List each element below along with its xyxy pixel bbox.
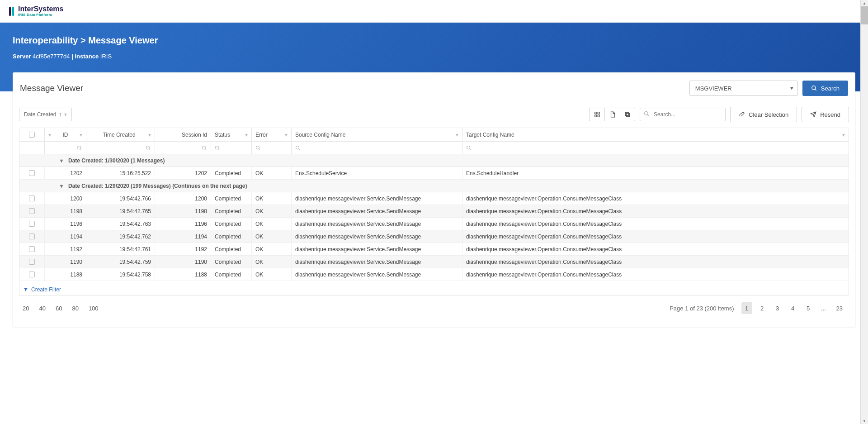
clear-selection-button[interactable]: Clear Selection — [730, 107, 797, 122]
header-id[interactable]: ▾ID▾ — [45, 128, 86, 141]
cell-session: 1196 — [155, 218, 211, 230]
cell-time: 19:54:42.761 — [86, 243, 155, 255]
create-filter-link[interactable]: Create Filter — [23, 286, 61, 293]
row-checkbox[interactable] — [29, 272, 35, 277]
svg-point-24 — [467, 146, 470, 149]
group-header[interactable]: ▾Date Created: 1/29/2020 (199 Messages) … — [19, 180, 849, 192]
scrollbar-thumb[interactable] — [861, 6, 868, 24]
sort-up-icon: ↑ — [59, 111, 61, 118]
row-checkbox[interactable] — [29, 170, 35, 176]
cell-time: 19:54:42.759 — [86, 256, 155, 268]
filter-icon[interactable]: ▾ — [245, 132, 248, 138]
filter-icon[interactable]: ▾ — [842, 132, 845, 138]
header-session[interactable]: Session Id — [155, 128, 211, 141]
breadcrumb: Interoperability > Message Viewer — [13, 35, 855, 46]
cell-time: 15:16:25.522 — [86, 167, 155, 179]
resend-button[interactable]: Resend — [802, 107, 849, 122]
row-checkbox[interactable] — [29, 246, 35, 252]
header-time[interactable]: Time Created▾ — [86, 128, 155, 141]
sort-chip[interactable]: Date Created ↑ ▾ — [19, 108, 72, 121]
page-5[interactable]: 5 — [803, 302, 814, 314]
table-row[interactable]: 119819:54:42.7651198CompletedOKdiashenri… — [19, 205, 849, 218]
table-row[interactable]: 118819:54:42.7581188CompletedOKdiashenri… — [19, 268, 849, 281]
header-error[interactable]: Error▾ — [252, 128, 292, 141]
svg-point-14 — [146, 146, 150, 149]
filter-icon[interactable]: ▾ — [456, 132, 458, 138]
header-target[interactable]: Target Config Name▾ — [462, 128, 849, 141]
cell-source: diashenrique.messageviewer.Service.SendM… — [292, 218, 462, 230]
group-header[interactable]: ▾Date Created: 1/30/2020 (1 Messages) — [19, 154, 849, 167]
table-row[interactable]: 119219:54:42.7611192CompletedOKdiashenri… — [19, 243, 849, 256]
namespace-select[interactable]: ▾ — [689, 81, 798, 96]
svg-line-21 — [259, 148, 260, 150]
header-source[interactable]: Source Config Name▾ — [292, 128, 462, 141]
table-row[interactable]: 120019:54:42.7661200CompletedOKdiashenri… — [19, 192, 849, 205]
export-button[interactable] — [604, 108, 620, 121]
svg-rect-1 — [12, 7, 14, 16]
cell-session: 1200 — [155, 192, 211, 205]
filter-time[interactable] — [86, 142, 155, 154]
page-size-40[interactable]: 40 — [39, 305, 45, 312]
filter-session[interactable] — [155, 142, 211, 154]
page-1[interactable]: 1 — [741, 302, 752, 314]
table-row[interactable]: 119019:54:42.7591190CompletedOKdiashenri… — [19, 256, 849, 268]
page-size-60[interactable]: 60 — [56, 305, 62, 312]
topbar: InterSystems IRIS Data Platform — [0, 0, 868, 23]
cell-session: 1192 — [155, 243, 211, 255]
logo-text-sub: IRIS Data Platform — [18, 13, 64, 17]
copy-button[interactable] — [620, 108, 635, 121]
scrollbar-up-icon[interactable]: ▲ — [861, 0, 868, 6]
row-checkbox[interactable] — [29, 195, 35, 201]
page-3[interactable]: 3 — [772, 302, 783, 314]
filter-icon[interactable]: ▾ — [80, 132, 82, 138]
row-checkbox[interactable] — [29, 208, 35, 214]
table-row[interactable]: 120215:16:25.5221202CompletedOKEns.Sched… — [19, 167, 849, 180]
server-info: Server 4cf85e7777d4 | Instance IRIS — [13, 53, 855, 60]
svg-rect-9 — [625, 112, 628, 115]
page-buttons: 12345...23 — [741, 302, 845, 314]
cell-target: diashenrique.messageviewer.Operation.Con… — [462, 218, 849, 230]
page-size-100[interactable]: 100 — [89, 305, 99, 312]
cell-id: 1188 — [45, 268, 86, 281]
filter-status[interactable] — [211, 142, 252, 154]
row-checkbox[interactable] — [29, 259, 35, 265]
filter-source[interactable] — [292, 142, 462, 154]
server-label: Server — [13, 53, 31, 60]
header-status[interactable]: Status▾ — [211, 128, 252, 141]
filter-icon[interactable]: ▾ — [148, 132, 151, 138]
select-all-checkbox[interactable] — [29, 132, 35, 138]
filter-icon[interactable]: ▾ — [285, 132, 288, 138]
svg-rect-8 — [627, 114, 630, 117]
page-2[interactable]: 2 — [757, 302, 768, 314]
cell-session: 1198 — [155, 205, 211, 217]
main-panel: Message Viewer ▾ Search Date Created ↑ ▾ — [13, 72, 855, 327]
create-filter-label: Create Filter — [31, 286, 61, 293]
row-checkbox[interactable] — [29, 221, 35, 227]
namespace-select-value[interactable] — [689, 81, 798, 96]
table-row[interactable]: 119419:54:42.7621194CompletedOKdiashenri… — [19, 230, 849, 243]
table-search-input[interactable] — [640, 108, 726, 121]
page-23[interactable]: 23 — [834, 302, 845, 314]
cell-target: diashenrique.messageviewer.Operation.Con… — [462, 243, 849, 255]
column-chooser-button[interactable] — [589, 108, 604, 121]
cell-error: OK — [252, 218, 292, 230]
cell-status: Completed — [211, 268, 252, 281]
svg-rect-4 — [594, 112, 596, 114]
page-size-20[interactable]: 20 — [23, 305, 29, 312]
svg-rect-6 — [594, 115, 596, 117]
filter-id[interactable] — [45, 142, 86, 154]
filter-target[interactable] — [462, 142, 849, 154]
filter-error[interactable] — [252, 142, 292, 154]
page-size-80[interactable]: 80 — [72, 305, 78, 312]
svg-line-23 — [299, 148, 300, 150]
cell-target: diashenrique.messageviewer.Operation.Con… — [462, 205, 849, 217]
cell-time: 19:54:42.763 — [86, 218, 155, 230]
search-button-label: Search — [821, 85, 840, 92]
page-4[interactable]: 4 — [788, 302, 798, 314]
cell-id: 1198 — [45, 205, 86, 217]
filter-icon — [23, 287, 28, 292]
table-row[interactable]: 119619:54:42.7631196CompletedOKdiashenri… — [19, 218, 849, 230]
row-checkbox[interactable] — [29, 233, 35, 239]
page-scrollbar[interactable]: ▲ ▼ — [860, 0, 868, 339]
search-button[interactable]: Search — [802, 81, 848, 96]
